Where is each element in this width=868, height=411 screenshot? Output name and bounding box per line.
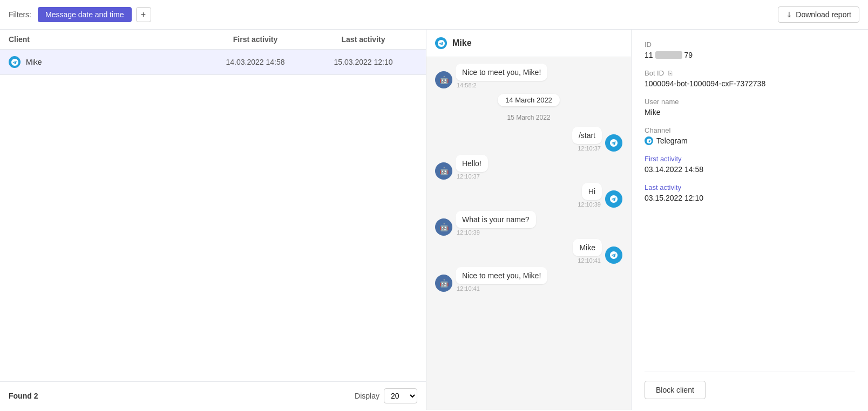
date-label: 15 March 2022 xyxy=(435,114,622,121)
telegram-channel-icon xyxy=(9,56,21,68)
message-time: 12:10:37 xyxy=(577,145,602,152)
user-avatar xyxy=(605,190,622,208)
detail-channel-group: Channel Telegram xyxy=(645,126,855,145)
chat-header: Mike xyxy=(426,30,631,57)
botid-value: 1000094-bot-1000094-cxF-7372738 xyxy=(645,79,855,88)
detail-last-activity-group: Last activity 03.15.2022 12:10 xyxy=(645,183,855,202)
table-header: Client First activity Last activity xyxy=(0,30,426,50)
table-row[interactable]: Mike 14.03.2022 14:58 15.03.2022 12:10 xyxy=(0,50,426,75)
bot-avatar: 🤖 xyxy=(435,218,452,236)
user-avatar xyxy=(605,134,622,152)
botid-label: Bot ID ⎘ xyxy=(645,69,855,77)
last-activity-label: Last activity xyxy=(645,183,855,191)
first-activity-cell: 14.03.2022 14:58 xyxy=(226,58,285,66)
message-row: Hi 12:10:39 xyxy=(435,183,622,208)
detail-botid-group: Bot ID ⎘ 1000094-bot-1000094-cxF-7372738 xyxy=(645,69,855,88)
username-label: User name xyxy=(645,98,855,106)
channel-value: Telegram xyxy=(645,136,855,145)
block-client-button[interactable]: Block client xyxy=(645,381,706,399)
client-name: Mike xyxy=(26,58,42,66)
message-bubble: Hello! xyxy=(456,155,488,172)
date-divider-wrap: 14 March 2022 xyxy=(435,92,622,108)
download-icon: ⤓ xyxy=(786,10,792,19)
display-control: Display 20 50 100 xyxy=(355,388,417,403)
message-time: 12:10:41 xyxy=(577,257,602,264)
id-value: 11 79 xyxy=(645,51,693,59)
first-activity-label: First activity xyxy=(645,155,855,163)
display-select[interactable]: 20 50 100 xyxy=(384,388,417,403)
col-client-header: Client xyxy=(9,35,201,44)
message-bubble: Nice to meet you, Mike! xyxy=(456,64,547,81)
message-time: 12:10:39 xyxy=(456,229,536,236)
block-btn-wrap: Block client xyxy=(645,372,855,399)
filter-chip-date[interactable]: Message date and time xyxy=(38,7,132,22)
message-row: Mike 12:10:41 xyxy=(435,239,622,264)
message-time: 12:10:39 xyxy=(577,201,602,208)
filters-label: Filters: xyxy=(9,10,31,19)
chat-title: Mike xyxy=(452,38,472,48)
filter-bar: Filters: Message date and time + ⤓ Downl… xyxy=(0,0,868,30)
message-bubble: /start xyxy=(572,127,602,144)
col-last-header: Last activity xyxy=(309,35,417,44)
details-panel: ID 11 79 Bot ID ⎘ 1000094-bot-1000094-cx… xyxy=(632,30,868,410)
last-activity-cell: 15.03.2022 12:10 xyxy=(334,58,393,66)
message-bubble: Nice to meet you, Mike! xyxy=(456,267,547,284)
message-time: 12:10:37 xyxy=(456,173,488,180)
channel-telegram-icon xyxy=(645,136,653,145)
display-label: Display xyxy=(355,392,379,400)
bot-avatar: 🤖 xyxy=(435,162,452,180)
id-label: ID xyxy=(645,40,855,49)
message-row: 🤖 Nice to meet you, Mike! 12:10:41 xyxy=(435,267,622,292)
message-row: 🤖 What is your name? 12:10:39 xyxy=(435,211,622,236)
date-bubble: 14 March 2022 xyxy=(498,94,560,106)
message-bubble: Mike xyxy=(573,239,602,256)
message-row: 🤖 Nice to meet you, Mike! 14:58:2 xyxy=(435,64,622,88)
chat-telegram-icon xyxy=(435,37,447,49)
first-activity-value: 03.14.2022 14:58 xyxy=(645,165,855,174)
main-layout: Client First activity Last activity Mike… xyxy=(0,30,868,410)
detail-username-group: User name Mike xyxy=(645,98,855,117)
message-row: 🤖 Hello! 12:10:37 xyxy=(435,155,622,180)
chat-panel: Mike 🤖 Nice to meet you, Mike! 14:58:2 1… xyxy=(426,30,632,410)
download-report-button[interactable]: ⤓ Download report xyxy=(778,6,859,23)
message-row: /start 12:10:37 xyxy=(435,127,622,152)
list-footer: Found 2 Display 20 50 100 xyxy=(0,381,426,410)
bot-avatar: 🤖 xyxy=(435,275,452,292)
chat-messages[interactable]: 🤖 Nice to meet you, Mike! 14:58:2 14 Mar… xyxy=(426,57,631,410)
found-count: Found 2 xyxy=(9,392,38,400)
add-filter-button[interactable]: + xyxy=(136,7,151,22)
channel-label: Channel xyxy=(645,126,855,134)
col-first-header: First activity xyxy=(201,35,309,44)
user-avatar xyxy=(605,246,622,264)
message-bubble: What is your name? xyxy=(456,211,536,228)
id-blurred xyxy=(655,51,682,59)
message-time: 12:10:41 xyxy=(456,285,547,292)
detail-id-group: ID 11 79 xyxy=(645,40,855,59)
bot-avatar: 🤖 xyxy=(435,71,452,88)
username-value: Mike xyxy=(645,108,855,117)
client-list-panel: Client First activity Last activity Mike… xyxy=(0,30,426,410)
copy-icon[interactable]: ⎘ xyxy=(668,70,672,77)
message-bubble: Hi xyxy=(582,183,602,200)
last-activity-value: 03.15.2022 12:10 xyxy=(645,194,855,202)
detail-first-activity-group: First activity 03.14.2022 14:58 xyxy=(645,155,855,174)
message-time: 14:58:2 xyxy=(456,82,547,88)
